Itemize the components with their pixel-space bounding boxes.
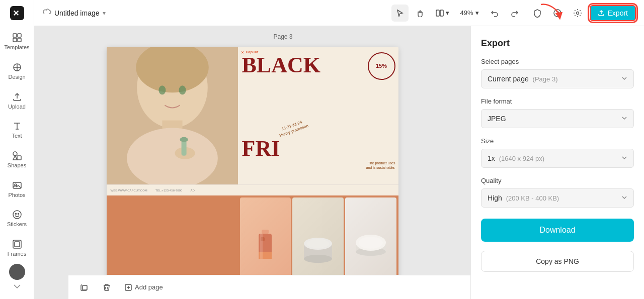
document-title: Untitled image	[54, 9, 100, 17]
quality-label: Quality	[481, 177, 634, 184]
canvas-footer: WEB:WWW.CAPCUT.COM TEL:+123-456-7890 AD	[107, 184, 398, 195]
stickers-icon	[12, 210, 22, 220]
canvas-preview[interactable]: ✕ CapCut BLACK 15% 11·21-11·24 Heavy pro…	[107, 47, 398, 288]
canvas-text-area: ✕ CapCut BLACK 15% 11·21-11·24 Heavy pro…	[238, 47, 398, 185]
sidebar-item-label: Text	[12, 133, 22, 139]
sidebar-item-upload[interactable]: Upload	[2, 87, 32, 115]
shield-icon-button[interactable]	[529, 5, 545, 21]
svg-point-46	[359, 237, 383, 249]
help-icon-button[interactable]	[549, 5, 566, 21]
export-icon	[598, 10, 605, 17]
quality-value: High (200 KB - 400 KB)	[488, 194, 559, 202]
shapes-icon	[12, 151, 22, 161]
document-title-group[interactable]: Untitled image ▾	[42, 9, 106, 18]
file-format-section: File format JPEG	[481, 97, 634, 128]
select-pages-value: Current page (Page 3)	[488, 75, 557, 83]
canvas-container: ✕ CapCut BLACK 15% 11·21-11·24 Heavy pro…	[34, 26, 470, 299]
file-format-dropdown[interactable]: JPEG	[481, 109, 634, 128]
sidebar-item-label: Stickers	[7, 221, 27, 227]
svg-point-11	[13, 211, 21, 219]
app-logo[interactable]: ✕	[8, 4, 26, 22]
sidebar-item-label: Upload	[8, 104, 26, 110]
export-panel: Export Select pages Current page (Page 3…	[470, 26, 644, 299]
svg-rect-36	[260, 234, 263, 259]
quality-chevron-icon	[621, 194, 627, 202]
sidebar-item-frames[interactable]: Frames	[2, 234, 32, 262]
size-label: Size	[481, 137, 634, 145]
svg-rect-5	[18, 38, 21, 42]
size-value: 1x (1640 x 924 px)	[488, 154, 544, 162]
photos-icon	[12, 180, 22, 190]
select-tool-button[interactable]	[391, 5, 409, 22]
svg-point-19	[576, 12, 579, 14]
sidebar-item-design[interactable]: Design	[2, 57, 32, 85]
file-format-chevron-icon	[621, 115, 627, 123]
settings-icon-button[interactable]	[570, 5, 586, 21]
canvas-person-photo	[107, 47, 238, 185]
sidebar-item-label: Photos	[8, 192, 25, 198]
zoom-chevron-icon: ▾	[475, 9, 479, 17]
copy-as-png-button[interactable]: Copy as PNG	[481, 251, 634, 272]
svg-text:✕: ✕	[13, 9, 19, 18]
duplicate-page-button[interactable]	[76, 279, 93, 295]
select-pages-section: Select pages Current page (Page 3)	[481, 58, 634, 88]
zoom-value: 49%	[460, 9, 473, 17]
file-format-value: JPEG	[488, 115, 506, 123]
select-pages-dropdown[interactable]: Current page (Page 3)	[481, 69, 634, 88]
bottom-bar: Add page	[68, 275, 470, 299]
sidebar-item-label: Templates	[4, 44, 29, 50]
canvas-product-thumbnails	[238, 195, 398, 288]
promotion-dates-text: 11·21-11·24 Heavy promotion	[277, 118, 309, 139]
svg-point-26	[158, 85, 166, 94]
sidebar-item-label: Design	[8, 74, 25, 80]
size-section: Size 1x (1640 x 924 px)	[481, 137, 634, 168]
redo-button[interactable]	[506, 5, 523, 22]
svg-point-41	[307, 239, 329, 248]
title-chevron-icon: ▾	[103, 10, 106, 17]
svg-rect-29	[181, 140, 186, 155]
svg-rect-17	[440, 10, 443, 16]
text-icon	[12, 121, 22, 131]
add-page-button[interactable]: Add page	[121, 281, 167, 293]
sidebar-item-text[interactable]: Text	[2, 116, 32, 144]
sidebar-item-shapes[interactable]: Shapes	[2, 146, 32, 173]
svg-rect-16	[436, 10, 439, 16]
svg-rect-3	[18, 34, 21, 37]
avatar[interactable]	[9, 264, 25, 280]
topbar-right: Export	[529, 5, 636, 21]
sidebar-item-stickers[interactable]: Stickers	[2, 205, 32, 233]
undo-button[interactable]	[486, 5, 503, 22]
svg-point-13	[18, 214, 19, 215]
download-button[interactable]: Download	[481, 219, 634, 242]
black-friday-top-text: BLACK	[242, 55, 320, 75]
view-toggle-button[interactable]: ▾	[432, 7, 453, 19]
friday-text: FRI	[242, 139, 280, 159]
upload-icon	[12, 92, 22, 102]
sidebar-item-photos[interactable]: Photos	[2, 175, 32, 203]
svg-rect-47	[83, 285, 87, 290]
sidebar-item-templates[interactable]: Templates	[2, 28, 32, 55]
sidebar-item-label: Frames	[8, 251, 26, 257]
export-button[interactable]: Export	[590, 5, 636, 21]
sidebar-bottom	[9, 264, 25, 295]
svg-point-27	[179, 85, 186, 94]
design-icon	[12, 62, 22, 72]
delete-page-button[interactable]	[99, 279, 115, 295]
export-panel-title: Export	[481, 38, 634, 49]
quality-dropdown[interactable]: High (200 KB - 400 KB)	[481, 188, 634, 208]
svg-rect-7	[17, 156, 21, 160]
grid-icon	[12, 33, 22, 43]
canvas-bottom-section	[107, 195, 398, 288]
sidebar-collapse-button[interactable]	[10, 282, 24, 291]
svg-rect-2	[13, 34, 17, 37]
cloud-icon	[42, 9, 51, 18]
size-chevron-icon	[621, 155, 627, 162]
svg-point-39	[304, 255, 332, 263]
select-pages-chevron-icon	[621, 75, 627, 83]
canvas-top-section: ✕ CapCut BLACK 15% 11·21-11·24 Heavy pro…	[107, 47, 398, 185]
size-dropdown[interactable]: 1x (1640 x 924 px)	[481, 149, 634, 168]
canvas-wrapper: ✕ CapCut BLACK 15% 11·21-11·24 Heavy pro…	[107, 47, 398, 288]
hand-tool-button[interactable]	[412, 5, 429, 22]
select-pages-label: Select pages	[481, 58, 634, 65]
zoom-button[interactable]: 49% ▾	[456, 7, 483, 19]
